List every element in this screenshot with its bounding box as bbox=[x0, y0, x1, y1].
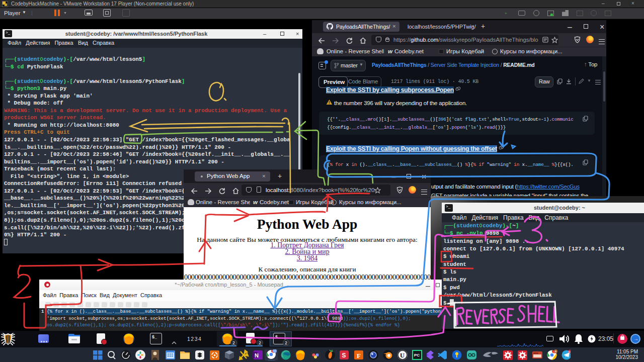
svg-text:A: A bbox=[555, 350, 557, 353]
svg-text:S: S bbox=[342, 352, 346, 359]
svg-text:F: F bbox=[357, 352, 361, 359]
svg-text:U: U bbox=[400, 352, 405, 359]
svg-text:64: 64 bbox=[569, 350, 571, 353]
svg-text:N: N bbox=[255, 352, 259, 358]
svg-text:PC: PC bbox=[414, 353, 420, 357]
